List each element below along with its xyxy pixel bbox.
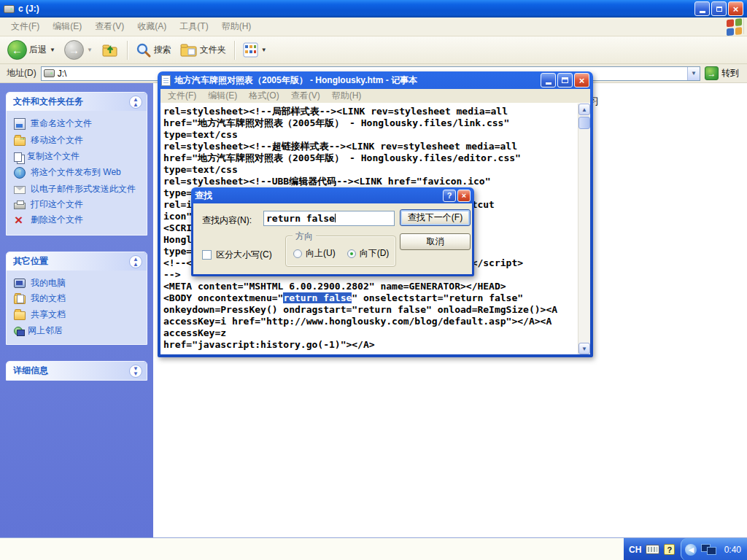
taskbar: CH ? ◀ 0:40 [0, 537, 747, 560]
back-button[interactable]: ← 后退 ▼ [4, 39, 58, 62]
explorer-toolbar: ← 后退 ▼ → ▼ 搜索 [0, 36, 747, 64]
desktop-screen: c (J:) × 文件(F)编辑(E)查看(V)收藏(A)工具(T)帮助(H) … [0, 0, 747, 560]
views-dropdown-icon[interactable]: ▼ [261, 47, 267, 53]
back-label: 后退 [29, 44, 47, 56]
sidebar-item-network-places[interactable]: 网上邻居 [14, 325, 142, 335]
other-places-header[interactable]: 其它位置 ▲▲ [7, 252, 147, 271]
my-documents-icon [14, 295, 26, 304]
help-button[interactable]: ? [443, 190, 456, 202]
sidebar-item-label: 以电子邮件形式发送此文件 [31, 184, 136, 194]
sidebar-item-delete-this-file[interactable]: 删除这个文件 [14, 214, 142, 226]
details-header[interactable]: 详细信息 ▼▼ [7, 362, 147, 380]
explorer-menu-edit[interactable]: 编辑(E) [46, 18, 88, 36]
up-folder-icon [101, 42, 119, 58]
find-next-button[interactable]: 查找下一个(F) [400, 209, 471, 226]
minimize-button[interactable] [694, 1, 710, 16]
sidebar-item-label: 重命名这个文件 [31, 118, 92, 128]
direction-up-radio[interactable]: 向上(U) [293, 247, 336, 260]
back-icon: ← [7, 40, 27, 60]
language-indicator[interactable]: CH [629, 545, 641, 555]
sidebar-item-shared-documents[interactable]: 共享文档 [14, 309, 142, 320]
other-places-panel: 其它位置 ▲▲ 我的电脑我的文档共享文档网上邻居 [6, 252, 147, 345]
scroll-up-icon[interactable]: ▲ [578, 104, 590, 115]
sidebar-item-label: 我的文档 [31, 293, 66, 303]
radio-icon [293, 249, 302, 258]
views-button[interactable]: ▼ [240, 39, 270, 62]
notepad-menu-edit[interactable]: 编辑(E) [202, 88, 243, 104]
collapse-chevron-icon[interactable]: ▲▲ [129, 96, 142, 109]
maximize-icon [562, 77, 568, 83]
folders-button[interactable]: 文件夹 [177, 39, 229, 62]
sidebar-item-move-this-file[interactable]: 移动这个文件 [14, 135, 142, 146]
other-places-list: 我的电脑我的文档共享文档网上邻居 [7, 271, 147, 344]
forward-button[interactable]: → ▼ [61, 39, 96, 62]
code-line: type=text/css [163, 164, 578, 176]
close-button[interactable]: × [728, 1, 743, 16]
close-button[interactable]: × [457, 190, 471, 202]
forward-icon: → [64, 40, 84, 60]
up-button[interactable] [98, 39, 122, 62]
tray-chevron-icon[interactable]: ◀ [685, 544, 697, 556]
sidebar-item-publish-this-file-to-web[interactable]: 将这个文件发布到 Web [14, 167, 142, 179]
keyboard-icon[interactable] [646, 545, 659, 554]
notepad-menu-help[interactable]: 帮助(H) [326, 88, 368, 104]
folders-icon [180, 43, 198, 58]
notification-area: ◀ 0:40 [681, 538, 747, 560]
sidebar-item-email-this-file[interactable]: 以电子邮件形式发送此文件 [14, 184, 142, 194]
file-tasks-header[interactable]: 文件和文件夹任务 ▲▲ [7, 93, 147, 111]
checkbox-icon [202, 250, 212, 260]
code-line: <META content="MSHTML 6.00.2900.2802" na… [163, 281, 578, 292]
find-what-input[interactable]: return false [263, 211, 395, 226]
notepad-menu-file[interactable]: 文件(F) [162, 88, 202, 104]
explorer-menu-favorites[interactable]: 收藏(A) [131, 18, 173, 36]
match-case-checkbox[interactable]: 区分大小写(C) [202, 249, 272, 261]
minimize-icon [546, 82, 551, 85]
notepad-titlebar[interactable]: 地方汽车牌照对照表（2005年版） - Honglousky.htm - 记事本… [160, 71, 590, 89]
scroll-down-icon[interactable]: ▼ [578, 343, 590, 354]
explorer-window-title: c (J:) [18, 4, 39, 14]
move-this-file-icon [14, 137, 26, 146]
explorer-menu-help[interactable]: 帮助(H) [215, 18, 258, 36]
address-label: 地址(D) [2, 67, 41, 79]
code-line: accessKey=i href="http://www.honglousky.… [163, 316, 578, 327]
notepad-menu-view[interactable]: 查看(V) [285, 88, 326, 104]
sidebar-item-print-this-file[interactable]: 打印这个文件 [14, 199, 142, 209]
sidebar-item-my-computer[interactable]: 我的电脑 [14, 278, 142, 288]
notepad-menu-format[interactable]: 格式(O) [243, 88, 285, 104]
explorer-menu-view[interactable]: 查看(V) [88, 18, 131, 36]
find-dialog-titlebar[interactable]: 查找 ? × [193, 187, 472, 203]
copy-this-file-icon [14, 152, 22, 162]
sidebar-item-rename-this-file[interactable]: 重命名这个文件 [14, 118, 142, 130]
direction-down-radio[interactable]: 向下(D) [347, 247, 390, 260]
toolbar-separator [127, 41, 128, 60]
clock[interactable]: 0:40 [724, 545, 747, 555]
explorer-menu-tools[interactable]: 工具(T) [173, 18, 214, 36]
explorer-menubar: 文件(F)编辑(E)查看(V)收藏(A)工具(T)帮助(H) [0, 18, 747, 36]
sidebar-item-label: 网上邻居 [28, 325, 63, 335]
shared-documents-icon [14, 311, 26, 320]
minimize-button[interactable] [541, 73, 556, 88]
close-button[interactable]: × [574, 73, 589, 88]
explorer-menu-file[interactable]: 文件(F) [4, 18, 46, 36]
cancel-button[interactable]: 取消 [400, 233, 471, 250]
maximize-button[interactable] [557, 73, 573, 88]
restore-button[interactable] [711, 1, 727, 16]
forward-dropdown-icon[interactable]: ▼ [87, 47, 93, 53]
search-icon [136, 42, 152, 58]
scrollbar-thumb[interactable] [578, 117, 590, 129]
sidebar-item-copy-this-file[interactable]: 复制这个文件 [14, 151, 142, 162]
collapse-chevron-icon[interactable]: ▲▲ [129, 255, 142, 268]
expand-chevron-icon[interactable]: ▼▼ [129, 365, 142, 378]
sidebar-item-label: 移动这个文件 [31, 135, 83, 145]
drive-icon [44, 69, 55, 77]
file-tasks-title: 文件和文件夹任务 [13, 96, 83, 108]
explorer-menu-items: 文件(F)编辑(E)查看(V)收藏(A)工具(T)帮助(H) [4, 18, 258, 36]
notepad-vertical-scrollbar[interactable]: ▲ ▼ [578, 104, 590, 354]
network-icon[interactable] [701, 544, 716, 555]
back-dropdown-icon[interactable]: ▼ [50, 47, 55, 53]
go-button[interactable]: → 转到 [700, 66, 745, 80]
search-button[interactable]: 搜索 [133, 39, 174, 62]
address-dropdown-button[interactable]: ▼ [687, 67, 700, 80]
ime-help-icon[interactable]: ? [664, 544, 675, 555]
sidebar-item-my-documents[interactable]: 我的文档 [14, 293, 142, 304]
